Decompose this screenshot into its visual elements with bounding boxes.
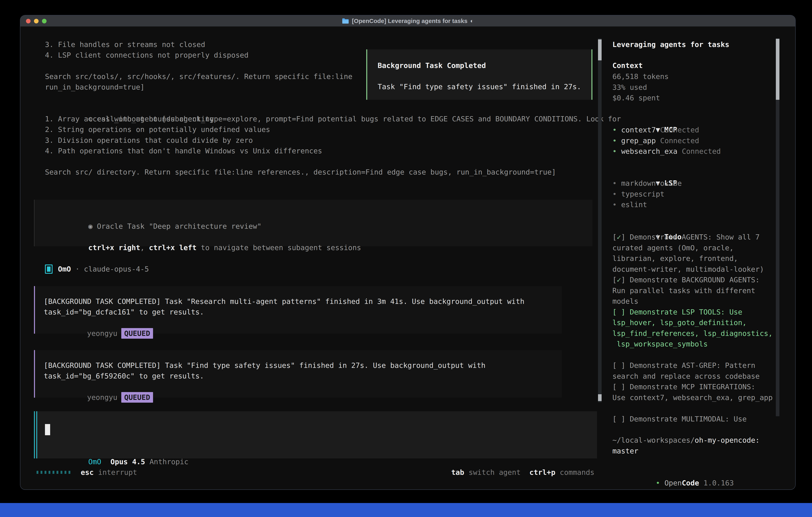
status-dot-icon: •	[612, 126, 617, 134]
toast-title: Background Task Completed	[378, 60, 591, 71]
todo-line: lsp_hover, lsp_goto_definition,	[612, 317, 773, 328]
text-line: 4. Path operations that don't handle Win…	[45, 145, 621, 156]
main-scrollbar-track[interactable]	[598, 38, 602, 402]
todo-line: [ ] Demonstrate LSP TOOLS: Use	[612, 307, 773, 318]
text-line: 4. LSP client connections not properly d…	[45, 50, 352, 60]
model-row[interactable]: OmOOpus 4.5Anthropic	[45, 446, 188, 456]
minimize-button[interactable]	[34, 19, 38, 23]
lsp-item: •markdown-oxide	[612, 178, 682, 189]
agent-model: claude-opus-4-5	[84, 264, 149, 274]
folder-icon	[342, 18, 349, 24]
oracle-icon: ◉	[88, 222, 97, 230]
progress-circle-icon: ◐	[470, 18, 474, 24]
context-stats: 66,518 tokens 33% used $0.46 spent	[612, 71, 669, 103]
text-line: 3. File handles or streams not closed	[45, 39, 352, 50]
desktop-strip	[0, 503, 812, 517]
workspace-branch: master	[612, 446, 760, 456]
version-row: •OpenCode1.0.163	[612, 467, 734, 478]
todo-line: [✓] Demonstrate AGENTS: Show all 7	[612, 232, 773, 243]
tab-key-label: switch agent	[468, 468, 521, 477]
todo-gap	[612, 403, 773, 414]
spinner-dot	[40, 471, 42, 474]
todo-line: search and replace across codebase	[612, 371, 773, 382]
task-card-line2: task_id="bg_6f59260c" to get results.	[44, 371, 562, 381]
mcp-section-header[interactable]: ▼MCP	[612, 113, 677, 124]
task-card-line1: [BACKGROUND TASK COMPLETED] Task "Find t…	[44, 360, 562, 371]
esc-key-hint: esc	[81, 468, 94, 477]
task-card-user: yeongyu	[87, 393, 117, 402]
main-scrollbar-end[interactable]	[598, 394, 602, 401]
main-scrollbar-thumb[interactable]	[598, 39, 602, 60]
bullet-icon: •	[612, 200, 617, 209]
oracle-hint: ctrl+x right, ctrl+x left to navigate be…	[45, 232, 592, 242]
prompt-input[interactable]: OmOOpus 4.5Anthropic	[34, 411, 597, 458]
toast-body: Task "Find type safety issues" finished …	[378, 81, 591, 92]
todo-line: Use context7, websearch_exa, grep_app	[612, 392, 773, 403]
todo-line: [✓] Demonstrate BACKGROUND AGENTS:	[612, 274, 773, 285]
text-cursor	[45, 424, 50, 435]
message-text-block: 3. File handles or streams not closed4. …	[45, 39, 352, 92]
todo-line: document-writer, multimodal-looker)	[612, 264, 773, 275]
workspace-prefix: ~/local-workspaces/	[612, 436, 695, 444]
mcp-list: •context7Connected •grep_appConnected •w…	[612, 125, 721, 157]
todo-section-header[interactable]: ▼Todo	[612, 221, 682, 232]
workspace-path: ~/local-workspaces/oh-my-opencode: maste…	[612, 435, 760, 456]
mcp-item: •websearch_exaConnected	[612, 146, 721, 157]
status-dot-icon: •	[612, 147, 617, 155]
background-task-card: [BACKGROUND TASK COMPLETED] Task "Find t…	[34, 350, 562, 398]
todo-gap	[612, 350, 773, 360]
lsp-item: •typescript	[612, 189, 682, 199]
status-badge: QUEUED	[121, 328, 153, 339]
text-line: 3. Division operations that could divide…	[45, 135, 621, 145]
toast-notification: Background Task Completed Task "Find typ…	[366, 49, 592, 100]
text-line	[45, 156, 621, 167]
tab-key-hint: tab	[451, 468, 464, 477]
agent-separator: ·	[71, 264, 84, 274]
context-heading: Context	[612, 60, 643, 71]
status-badge: QUEUED	[121, 392, 153, 403]
input-model-name: Opus 4.5	[111, 458, 145, 466]
task-card-user: yeongyu	[87, 329, 117, 337]
workspace-repo: oh-my-opencode:	[695, 436, 760, 444]
spinner-dot	[36, 471, 38, 474]
sidebar-scrollbar-thumb[interactable]	[776, 39, 779, 100]
text-line	[45, 60, 352, 71]
oracle-title: Oracle Task "Deep architecture review"	[97, 222, 262, 230]
mcp-name: grep_app	[621, 137, 656, 145]
task-card-line2: task_id="bg_dcfac161" to get results.	[44, 307, 562, 317]
mcp-status: Connected	[682, 147, 721, 155]
window-title-group: [OpenCode] Leveraging agents for tasks ◐	[342, 18, 473, 24]
mcp-item: •context7Connected	[612, 125, 721, 135]
app-version: 1.0.163	[703, 479, 734, 487]
todo-line: Run parallel tasks with different	[612, 285, 773, 296]
agent-square-icon	[45, 265, 53, 274]
oracle-task-card[interactable]: ◉ Oracle Task "Deep architecture review"…	[34, 200, 592, 246]
lsp-name: typescript	[621, 190, 665, 198]
oracle-hint-sep: ,	[140, 244, 149, 252]
tool-call-block: ⚙ call_omo_agent [subagent_type=explore,…	[45, 103, 621, 177]
window-title: [OpenCode] Leveraging agents for tasks	[352, 18, 467, 24]
input-model-provider: Anthropic	[149, 458, 188, 466]
terminal-content: 3. File handles or streams not closed4. …	[20, 27, 795, 489]
oracle-hint-key-right: ctrl+x right	[88, 244, 140, 252]
spinner-dot	[57, 471, 58, 474]
todo-line: lsp_find_references, lsp_diagnostics,	[612, 328, 773, 339]
zoom-button[interactable]	[42, 19, 47, 23]
todo-line: librarian, explore, frontend,	[612, 253, 773, 264]
todo-line: curated agents (OmO, oracle,	[612, 243, 773, 253]
lsp-section-header[interactable]: ▼LSP	[612, 167, 677, 178]
close-button[interactable]	[26, 19, 31, 23]
text-line: Search src/ directory. Return specific f…	[45, 167, 621, 177]
todo-line: [ ] Demonstrate AST-GREP: Pattern	[612, 360, 773, 371]
check-icon: ✓	[617, 233, 621, 241]
toast-spacer	[378, 71, 591, 81]
mcp-status: Connected	[660, 137, 699, 145]
lsp-name: eslint	[621, 200, 647, 209]
lsp-list: •markdown-oxide •typescript •eslint	[612, 178, 682, 210]
todo-list: [✓] Demonstrate AGENTS: Show all 7curate…	[612, 232, 773, 424]
background-task-card: [BACKGROUND TASK COMPLETED] Task "Resear…	[34, 286, 562, 334]
oracle-hint-rest: to navigate between subagent sessions	[197, 244, 361, 252]
todo-line: [ ] Demonstrate MCP INTEGRATIONS:	[612, 381, 773, 392]
esc-key-label: interrupt	[98, 468, 137, 477]
titlebar[interactable]: [OpenCode] Leveraging agents for tasks ◐	[20, 16, 795, 27]
